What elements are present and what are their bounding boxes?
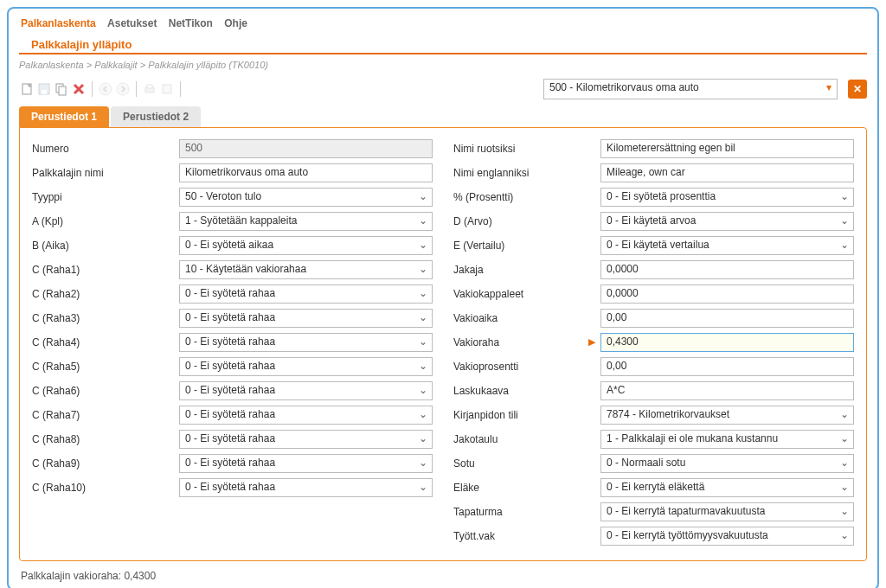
back-icon[interactable] [98, 81, 113, 97]
input-vakiokpl[interactable]: 0,0000 [600, 284, 854, 304]
svg-rect-2 [42, 90, 47, 94]
menu-item-palkanlaskenta[interactable]: Palkanlaskenta [21, 17, 96, 29]
select-c6[interactable]: 0 - Ei syötetä rahaa [179, 381, 433, 400]
select-a[interactable]: 1 - Syötetään kappaleita [179, 212, 433, 231]
select-sotu[interactable]: 0 - Normaali sotu [600, 454, 854, 473]
input-laskukaava[interactable]: A*C [600, 381, 854, 400]
select-c3[interactable]: 0 - Ei syötetä rahaa [179, 309, 433, 328]
record-selector[interactable]: 500 - Kilometrikorvaus oma auto [543, 79, 838, 99]
new-icon[interactable] [19, 81, 35, 97]
input-nimi-ru[interactable]: Kilometerersättning egen bil [600, 139, 854, 158]
breadcrumb: Palkanlaskenta > Palkkalajit > Palkkalaj… [9, 56, 877, 75]
label-sotu: Sotu [453, 457, 600, 470]
svg-rect-9 [163, 85, 171, 93]
input-nimi[interactable]: Kilometrikorvaus oma auto [179, 163, 433, 182]
delete-icon[interactable] [71, 81, 87, 97]
input-nimi-en[interactable]: Mileage, own car [600, 163, 854, 182]
svg-point-5 [100, 83, 112, 95]
label-tili: Kirjanpidon tili [453, 409, 600, 421]
label-nimi-ru: Nimi ruotsiksi [453, 143, 600, 155]
select-elake[interactable]: 0 - Ei kerrytä eläkettä [600, 478, 854, 497]
label-b: B (Aika) [32, 240, 179, 252]
select-tapaturma[interactable]: 0 - Ei kerrytä tapaturmavakuutusta [600, 502, 854, 521]
label-c5: C (Raha5) [32, 361, 179, 373]
menu-item-asetukset[interactable]: Asetukset [107, 17, 157, 29]
print-icon[interactable] [142, 81, 157, 97]
app-window: Palkanlaskenta Asetukset NetTikon Ohje P… [7, 7, 879, 588]
label-vakioraha: Vakioraha [453, 336, 600, 348]
label-tyyppi: Tyyppi [32, 191, 179, 203]
svg-point-6 [117, 83, 129, 95]
label-prosentti: % (Prosentti) [453, 191, 600, 203]
label-nimi: Palkkalajin nimi [32, 167, 179, 179]
select-c1[interactable]: 10 - Käytetään vakiorahaa [179, 260, 433, 279]
label-e: E (Vertailu) [453, 240, 600, 252]
label-d: D (Arvo) [453, 215, 600, 227]
label-elake: Eläke [453, 482, 600, 494]
toolbar-divider [92, 81, 93, 97]
toolbar-divider [136, 81, 137, 97]
select-c9[interactable]: 0 - Ei syötetä rahaa [179, 454, 433, 473]
copy-icon[interactable] [54, 81, 69, 97]
select-c10[interactable]: 0 - Ei syötetä rahaa [179, 478, 433, 497]
select-b[interactable]: 0 - Ei syötetä aikaa [179, 236, 433, 255]
select-prosentti[interactable]: 0 - Ei syötetä prosenttia [600, 188, 854, 207]
form-panel: Numero500 Palkkalajin nimiKilometrikorva… [19, 127, 867, 561]
input-jakaja[interactable]: 0,0000 [600, 260, 854, 279]
export-icon[interactable] [159, 81, 175, 97]
select-tyottvak[interactable]: 0 - Ei kerrytä työttömyysvakuutusta [600, 527, 854, 546]
tab-perustiedot-2[interactable]: Perustiedot 2 [111, 106, 201, 127]
menu-item-nettikon[interactable]: NetTikon [169, 17, 213, 29]
label-nimi-en: Nimi englanniksi [453, 167, 600, 179]
label-vakioaika: Vakioaika [453, 312, 600, 324]
svg-rect-4 [59, 86, 66, 95]
toolbar-divider [180, 81, 181, 97]
menu-item-ohje[interactable]: Ohje [224, 17, 247, 29]
label-jakaja: Jakaja [453, 264, 600, 276]
label-jakotaulu: Jakotaulu [453, 433, 600, 445]
select-tyyppi[interactable]: 50 - Veroton tulo [179, 188, 433, 207]
svg-rect-8 [147, 85, 152, 88]
label-c6: C (Raha6) [32, 385, 179, 397]
label-laskukaava: Laskukaava [453, 385, 600, 397]
input-vakioaika[interactable]: 0,00 [600, 309, 854, 328]
tabs: Perustiedot 1 Perustiedot 2 [19, 106, 867, 127]
input-numero: 500 [179, 139, 433, 158]
select-c7[interactable]: 0 - Ei syötetä rahaa [179, 406, 433, 425]
label-c8: C (Raha8) [32, 433, 179, 445]
select-c8[interactable]: 0 - Ei syötetä rahaa [179, 430, 433, 449]
menu-bar: Palkanlaskenta Asetukset NetTikon Ohje [9, 9, 877, 35]
left-column: Numero500 Palkkalajin nimiKilometrikorva… [32, 138, 433, 550]
label-c2: C (Raha2) [32, 288, 179, 300]
label-vakiokpl: Vakiokappaleet [453, 288, 600, 300]
select-tili[interactable]: 7874 - Kilometrikorvaukset [600, 406, 854, 425]
select-e[interactable]: 0 - Ei käytetä vertailua [600, 236, 854, 255]
page-title: Palkkalajin ylläpito [19, 35, 867, 54]
label-c10: C (Raha10) [32, 482, 179, 494]
label-c9: C (Raha9) [32, 457, 179, 470]
select-jakotaulu[interactable]: 1 - Palkkalaji ei ole mukana kustannu [600, 430, 854, 449]
input-vakiopros[interactable]: 0,00 [600, 357, 854, 376]
label-c3: C (Raha3) [32, 312, 179, 324]
label-c7: C (Raha7) [32, 409, 179, 421]
input-vakioraha[interactable]: 0,4300 [600, 333, 854, 352]
status-bar: Palkkalajin vakioraha: 0,4300 [9, 566, 877, 588]
label-tapaturma: Tapaturma [453, 506, 600, 518]
label-c4: C (Raha4) [32, 336, 179, 348]
label-tyottvak: Tyött.vak [453, 530, 600, 542]
save-icon[interactable] [36, 81, 52, 97]
right-column: Nimi ruotsiksiKilometerersättning egen b… [453, 138, 854, 550]
label-c1: C (Raha1) [32, 264, 179, 276]
select-c2[interactable]: 0 - Ei syötetä rahaa [179, 284, 433, 304]
label-vakiopros: Vakioprosentti [453, 361, 600, 373]
label-a: A (Kpl) [32, 215, 179, 227]
select-c5[interactable]: 0 - Ei syötetä rahaa [179, 357, 433, 376]
toolbar: 500 - Kilometrikorvaus oma auto ✕ [9, 75, 877, 106]
tab-perustiedot-1[interactable]: Perustiedot 1 [19, 106, 109, 127]
select-d[interactable]: 0 - Ei käytetä arvoa [600, 212, 854, 231]
label-numero: Numero [32, 143, 179, 155]
select-c4[interactable]: 0 - Ei syötetä rahaa [179, 333, 433, 352]
forward-icon[interactable] [115, 81, 131, 97]
active-field-marker-icon: ▶ [588, 336, 595, 348]
close-icon[interactable]: ✕ [848, 80, 867, 99]
